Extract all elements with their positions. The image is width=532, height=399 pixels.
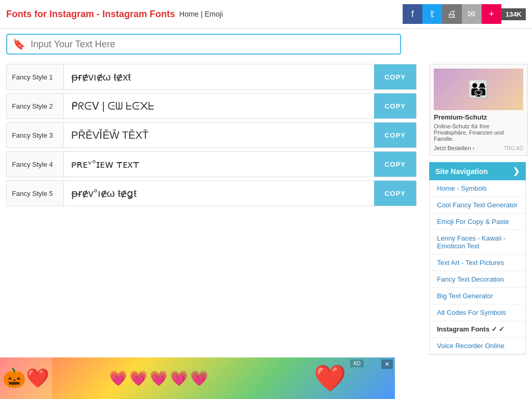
nav-header[interactable]: Site Navigation ❯ <box>429 162 526 180</box>
fancy-rows: Fancy Style 1 ᵽɍɇvıɇω ŧɇxŧ COPY Fancy St… <box>6 64 417 206</box>
copy-button-3[interactable]: COPY <box>374 123 416 148</box>
ad-desc: Online-Schutz für Ihre Privatsphäre, Fin… <box>434 123 523 142</box>
nav-item-6[interactable]: Big Text Generator <box>430 288 525 304</box>
nav-sep: | <box>201 10 203 18</box>
fancy-label-3: Fancy Style 3 <box>7 123 64 148</box>
ad-block: 👨‍👩‍👧 Premium-Schutz Online-Schutz für I… <box>429 64 528 156</box>
nav-item-2[interactable]: Emoji For Copy & Paste <box>430 214 525 230</box>
ad-label: TRG AD <box>504 145 523 151</box>
fancy-row: Fancy Style 3 PŘĚVǏĚŴ TĚXŤ COPY <box>6 122 417 148</box>
nav-items: Home - SymbolsCool Fancy Text GeneratorE… <box>429 180 526 355</box>
nav-emoji-link[interactable]: Emoji <box>205 10 223 18</box>
copy-button-4[interactable]: COPY <box>374 152 416 177</box>
nav-item-4[interactable]: Text Art - Text Pictures <box>430 255 525 271</box>
share-count: 134K <box>501 8 526 20</box>
text-input[interactable] <box>31 39 395 50</box>
fancy-text-3: PŘĚVǏĚŴ TĚXŤ <box>64 123 374 148</box>
fancy-row: Fancy Style 5 ᵽɍɇv°ıɇω ŧɇǥŧ COPY <box>6 180 417 206</box>
nav-item-3[interactable]: Lenny Faces - Kawaii - Emoticon Text <box>430 230 525 255</box>
copy-button-1[interactable]: COPY <box>374 64 416 89</box>
fancy-label-4: Fancy Style 4 <box>7 152 64 177</box>
header: Fonts for Instagram - Instagram Fonts Ho… <box>0 0 532 29</box>
bottom-ad-icon: ❤️ <box>314 363 346 365</box>
nav-title: Site Navigation <box>435 167 488 176</box>
fancy-text-1: ᵽɍɇvıɇω ŧɇxŧ <box>64 64 374 89</box>
nav-item-1[interactable]: Cool Fancy Text Generator <box>430 197 525 214</box>
print-button[interactable]: 🖨 <box>442 4 462 24</box>
bottom-ad-content: 🎃❤️ 💗 💗 💗 💗 💗 ❤️ <box>0 357 395 365</box>
nav-item-9[interactable]: Voice Recorder Online <box>430 338 525 354</box>
nav-item-8[interactable]: Instagram Fonts ✓ <box>430 321 525 338</box>
header-nav: Home | Emoji <box>179 10 223 18</box>
facebook-icon: f <box>411 9 414 20</box>
ad-image-placeholder: 👨‍👩‍👧 <box>468 79 489 99</box>
header-left: Fonts for Instagram - Instagram Fonts Ho… <box>6 9 223 20</box>
twitter-icon: 𝕥 <box>430 8 434 20</box>
fancy-row: Fancy Style 1 ᵽɍɇvıɇω ŧɇxŧ COPY <box>6 64 417 90</box>
ad-image: 👨‍👩‍👧 <box>434 69 523 110</box>
fancy-row: Fancy Style 4 ᴘʀᴇᵛ°ɪᴇᴡ ᴛᴇxᴛ COPY <box>6 151 417 177</box>
chevron-icon: ❯ <box>513 166 520 176</box>
nav-item-0[interactable]: Home - Symbols <box>430 180 525 197</box>
share-icon: + <box>489 9 495 20</box>
fancy-label-2: Fancy Style 2 <box>7 94 64 118</box>
site-title[interactable]: Fonts for Instagram - Instagram Fonts <box>6 9 175 20</box>
ad-title: Premium-Schutz <box>434 113 523 121</box>
bottom-ad-right: ❤️ <box>265 357 395 365</box>
input-icon: 🔖 <box>12 38 25 50</box>
bottom-ad-middle: 💗 💗 💗 💗 💗 <box>52 357 265 365</box>
facebook-button[interactable]: f <box>403 4 422 24</box>
copy-button-2[interactable]: COPY <box>374 94 416 118</box>
email-button[interactable]: ✉ <box>462 4 482 24</box>
bottom-ad-badge: AD <box>350 360 364 365</box>
main-layout: Fancy Style 1 ᵽɍɇvıɇω ŧɇxŧ COPY Fancy St… <box>0 60 532 365</box>
twitter-button[interactable]: 𝕥 <box>422 4 442 24</box>
nav-item-7[interactable]: Alt Codes For Symbols <box>430 304 525 321</box>
fancy-row: Fancy Style 2 ᑭᖇᕮᐯ | ᕮᗯ ᖶᕮ᙭ᖶ COPY <box>6 93 417 119</box>
input-bar: 🔖 <box>6 34 401 55</box>
fancy-label-5: Fancy Style 5 <box>7 181 64 206</box>
ad-cta[interactable]: Jetzt Bestellen › <box>434 145 474 151</box>
nav-panel: Site Navigation ❯ Home - SymbolsCool Fan… <box>429 162 526 355</box>
bottom-ad: 🎃❤️ 💗 💗 💗 💗 💗 ❤️ ✕ AD <box>0 357 395 365</box>
fancy-label-1: Fancy Style 1 <box>7 64 64 89</box>
nav-item-5[interactable]: Fancy Text Decoration <box>430 271 525 288</box>
email-icon: ✉ <box>468 8 475 20</box>
fancy-text-2: ᑭᖇᕮᐯ | ᕮᗯ ᖶᕮ᙭ᖶ <box>64 94 374 118</box>
copy-button-5[interactable]: COPY <box>374 181 416 206</box>
fancy-text-4: ᴘʀᴇᵛ°ɪᴇᴡ ᴛᴇxᴛ <box>64 152 374 177</box>
right-col: 👨‍👩‍👧 Premium-Schutz Online-Schutz für I… <box>423 60 532 365</box>
bottom-ad-left: 🎃❤️ <box>0 357 52 365</box>
fancy-text-5: ᵽɍɇv°ıɇω ŧɇǥŧ <box>64 181 374 206</box>
share-button[interactable]: + <box>482 4 501 24</box>
print-icon: 🖨 <box>447 9 457 20</box>
nav-home-link[interactable]: Home <box>179 10 198 18</box>
social-icons: f 𝕥 🖨 ✉ + 134K <box>403 4 526 24</box>
bottom-ad-close[interactable]: ✕ <box>381 360 393 365</box>
left-col: Fancy Style 1 ᵽɍɇvıɇω ŧɇxŧ COPY Fancy St… <box>0 60 423 365</box>
ad-footer: Jetzt Bestellen › TRG AD <box>434 145 523 151</box>
